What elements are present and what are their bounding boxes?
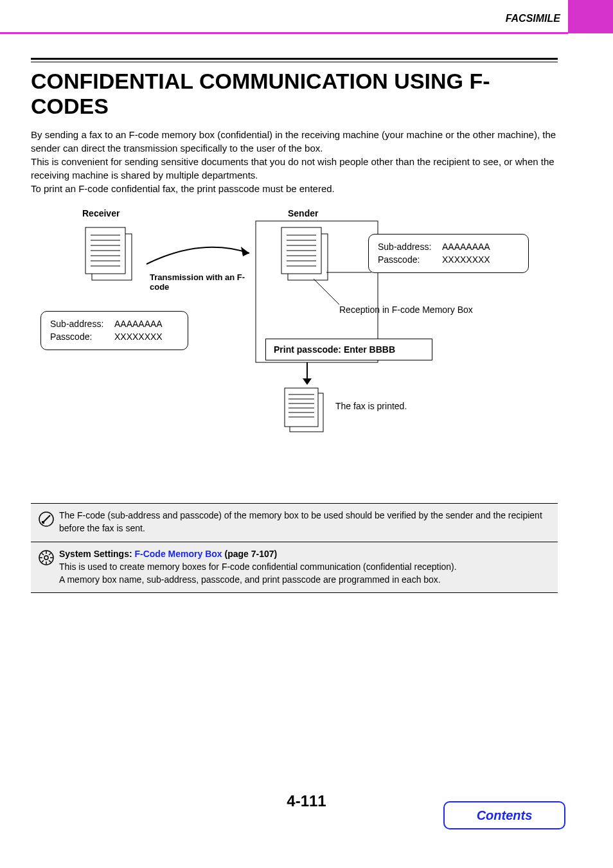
note-1-text: The F-code (sub-address and passcode) of… bbox=[59, 509, 555, 535]
note-row-settings: System Settings: F-Code Memory Box (page… bbox=[31, 542, 558, 594]
fcode-memory-box-link[interactable]: F-Code Memory Box bbox=[134, 549, 222, 559]
transmission-arrow-icon bbox=[143, 244, 259, 269]
svg-line-43 bbox=[49, 560, 51, 562]
svg-line-44 bbox=[42, 560, 44, 562]
pencil-note-icon bbox=[33, 509, 59, 511]
svg-line-21 bbox=[314, 279, 339, 305]
note-row-info: The F-code (sub-address and passcode) of… bbox=[31, 503, 558, 542]
gear-note-icon bbox=[33, 547, 59, 549]
title-rule bbox=[31, 58, 558, 62]
svg-line-33 bbox=[42, 515, 50, 523]
subaddress-key-sender: Sub-address: bbox=[378, 241, 442, 254]
svg-marker-23 bbox=[303, 378, 312, 385]
transmission-label: Transmission with an F-code bbox=[150, 272, 253, 292]
passcode-key-sender: Passcode: bbox=[378, 254, 442, 267]
arrow-down-icon bbox=[301, 362, 314, 388]
passcode-key: Passcode: bbox=[50, 331, 114, 344]
note-2-prefix: System Settings: bbox=[59, 549, 134, 559]
reception-label: Reception in F-code Memory Box bbox=[339, 305, 473, 315]
intro-paragraph-2: This is convenient for sending sensitive… bbox=[31, 155, 558, 182]
sender-credentials-box: Sub-address:AAAAAAAA Passcode:XXXXXXXX bbox=[368, 234, 529, 273]
passcode-value-sender: XXXXXXXX bbox=[442, 254, 490, 267]
svg-line-45 bbox=[49, 553, 51, 555]
receiver-credentials-box: Sub-address:AAAAAAAA Passcode:XXXXXXXX bbox=[40, 311, 188, 350]
subaddress-value-sender: AAAAAAAA bbox=[442, 241, 490, 254]
note-2-line1: System Settings: F-Code Memory Box (page… bbox=[59, 547, 555, 560]
subaddress-value: AAAAAAAA bbox=[114, 318, 163, 331]
printed-label: The fax is printed. bbox=[335, 401, 407, 411]
intro-paragraph-1: By sending a fax to an F-code memory box… bbox=[31, 128, 558, 155]
sender-label: Sender bbox=[288, 208, 318, 218]
page-title: CONFIDENTIAL COMMUNICATION USING F-CODES bbox=[31, 69, 558, 119]
print-passcode-box: Print passcode: Enter BBBB bbox=[265, 339, 432, 360]
header-rule bbox=[0, 32, 568, 34]
passcode-value: XXXXXXXX bbox=[114, 331, 163, 344]
receiver-document-icon bbox=[85, 227, 143, 285]
contents-button-label: Contents bbox=[477, 808, 533, 823]
note-2-line3: A memory box name, sub-address, passcode… bbox=[59, 573, 555, 586]
subaddress-key: Sub-address: bbox=[50, 318, 114, 331]
note-2-line2: This is used to create memory boxes for … bbox=[59, 560, 555, 573]
svg-line-42 bbox=[42, 553, 44, 555]
section-header: FACSIMILE bbox=[506, 13, 560, 24]
svg-rect-25 bbox=[285, 388, 318, 427]
note-2-suffix: (page 7-107) bbox=[222, 549, 278, 559]
printed-document-icon bbox=[285, 388, 333, 436]
flow-diagram: Receiver Sender bbox=[31, 208, 558, 465]
receiver-label: Receiver bbox=[82, 208, 120, 218]
contents-button[interactable]: Contents bbox=[443, 801, 565, 829]
intro-paragraph-3: To print an F-code confidential fax, the… bbox=[31, 182, 558, 195]
svg-point-37 bbox=[44, 556, 48, 560]
section-color-tab bbox=[568, 0, 613, 33]
svg-marker-19 bbox=[241, 247, 249, 256]
